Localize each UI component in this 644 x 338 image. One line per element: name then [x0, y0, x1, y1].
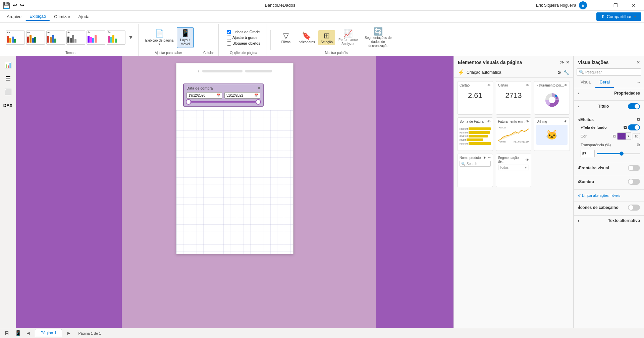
card-eye-icon-8[interactable]: 👁	[526, 158, 529, 162]
page-display-btn[interactable]: 📄 Exibição de página ▼	[143, 28, 176, 47]
share-button[interactable]: ⬆ Compartilhar ▼	[596, 12, 641, 21]
icones-toggle[interactable]	[628, 205, 640, 211]
limpar-link[interactable]: ↺ Limpar alterações móveis	[578, 192, 640, 199]
slider-handle-right[interactable]	[256, 99, 261, 105]
save-icon[interactable]: 💾	[3, 2, 10, 9]
card-eye-icon-4[interactable]: 👁	[487, 120, 491, 123]
auto-create-settings-icon[interactable]: ⚙	[557, 70, 561, 75]
card-eye-icon-6[interactable]: 👁	[564, 120, 568, 123]
lock-objects-checkbox[interactable]: Bloquear objetos	[227, 41, 260, 46]
canvas-area[interactable]: ‹ ✕ Data de compra 19/12/2020 📅 31/12/20…	[16, 56, 453, 328]
search-box[interactable]: 🔍 Search	[460, 161, 491, 167]
elementos-close-btn[interactable]: ✕	[566, 60, 569, 65]
tela-fundo-header[interactable]: ∨ Tela de fundo ⧉	[581, 124, 640, 130]
page-nav-left[interactable]: ‹	[198, 68, 199, 74]
tab-more[interactable]: ···	[635, 77, 641, 88]
layout-move-btn[interactable]: 📱 Layout móvel	[177, 27, 194, 48]
visual-card-url-img[interactable]: Url img 👁 🐱	[534, 117, 570, 151]
gridlines-checkbox[interactable]: Linhas de Grade	[227, 30, 260, 34]
transparencia-slider[interactable]	[597, 153, 640, 154]
slider-handle[interactable]	[620, 152, 624, 156]
menu-arquivo[interactable]: Arquivo	[3, 13, 25, 20]
start-date-input[interactable]: 19/12/2020 📅	[186, 92, 222, 99]
propriedades-header[interactable]: › Propriedades	[578, 91, 640, 96]
card-eye-icon-1[interactable]: 👁	[487, 83, 491, 87]
date-slicer[interactable]: ✕ Data de compra 19/12/2020 📅 31/12/2022…	[183, 83, 264, 107]
end-date-input[interactable]: 31/12/2022 📅	[224, 92, 260, 99]
visual-card-cartao-2[interactable]: Cartão 👁 2713	[496, 81, 532, 115]
visual-card-soma-fatura[interactable]: Soma de Fatura... 👁 R$5.5M R$4.8M	[457, 117, 493, 151]
sidebar-icon-chart[interactable]: 📊	[2, 59, 14, 71]
menu-exibicao[interactable]: Exibição	[25, 12, 50, 21]
auto-create-wand-icon[interactable]: 🔧	[564, 70, 569, 75]
card-eye-icon-5[interactable]: 👁	[526, 120, 529, 123]
visual-card-faturamento-line[interactable]: Faturamento em... 👁 R$5.1M R$1.6M R$1.5M…	[496, 117, 532, 151]
visual-card-nome-produto[interactable]: Nome produto 👁 ✏ 🔍 Search	[457, 154, 493, 187]
titulo-toggle[interactable]	[628, 103, 640, 109]
transparencia-input[interactable]: 57	[581, 150, 595, 157]
mobile-view-icon[interactable]: 📱	[15, 330, 21, 336]
tab-visual[interactable]: Visual	[577, 77, 595, 88]
efeitos-copy-icon[interactable]: ⧉	[637, 117, 640, 122]
visual-card-cartao-1[interactable]: Cartão 👁 2.61	[457, 81, 493, 115]
theme-5[interactable]: Aa	[87, 31, 105, 45]
theme-2[interactable]: Aa	[26, 31, 45, 45]
fronteira-header[interactable]: › Fronteira visual	[578, 165, 640, 171]
tela-fundo-toggle[interactable]	[628, 124, 640, 130]
menu-ajuda[interactable]: Ajuda	[74, 13, 94, 20]
viz-expand-btn[interactable]: ✕	[637, 60, 640, 65]
minimize-button[interactable]: —	[590, 0, 605, 11]
efeitos-header[interactable]: ∨ Efeitos ⧉	[578, 117, 640, 122]
viz-search-box[interactable]: 🔍	[577, 68, 641, 76]
canvas-page[interactable]: ‹ ✕ Data de compra 19/12/2020 📅 31/12/20…	[176, 63, 293, 254]
nav-prev-btn[interactable]: ◀	[27, 331, 30, 335]
indicadores-btn[interactable]: 🔖 Indicadores	[296, 30, 317, 45]
slicer-close-button[interactable]: ✕	[256, 86, 262, 91]
tab-geral[interactable]: Geral	[595, 77, 614, 88]
elementos-expand-btn[interactable]: ≫	[560, 60, 565, 65]
titulo-header[interactable]: › Titulo	[578, 103, 640, 109]
card-eye-icon-2[interactable]: 👁	[526, 83, 529, 87]
cor-copy-icon[interactable]: ⧉	[613, 134, 616, 138]
card-edit-icon-7[interactable]: ✏	[488, 156, 491, 160]
color-swatch[interactable]	[618, 133, 626, 139]
fronteira-toggle[interactable]	[628, 165, 640, 171]
tela-fundo-copy-icon[interactable]: ⧉	[624, 125, 627, 130]
icones-header[interactable]: › Ícones de cabeçalho	[578, 205, 640, 211]
performance-btn[interactable]: 📈 Performance Analyzer	[336, 28, 360, 47]
date-slider-track[interactable]	[189, 101, 258, 103]
desktop-view-icon[interactable]: 🖥	[4, 330, 9, 336]
auto-create-row[interactable]: ⚡ Criação automática ⚙ 🔧	[454, 67, 573, 78]
sombra-header[interactable]: › Sombra	[578, 179, 640, 185]
theme-4[interactable]: Aa	[66, 31, 85, 45]
filtros-btn[interactable]: ▽ Filtros	[277, 30, 294, 45]
theme-3[interactable]: Aa	[46, 31, 65, 45]
nav-next-btn[interactable]: ▶	[67, 331, 70, 335]
themes-more-btn[interactable]: ▼	[127, 33, 135, 42]
theme-1[interactable]: Aa	[6, 31, 25, 45]
redo-icon[interactable]: ↪	[20, 2, 24, 8]
restore-button[interactable]: ❐	[608, 0, 623, 11]
card-eye-icon-3[interactable]: 👁	[564, 83, 568, 87]
viz-search-input[interactable]	[585, 70, 639, 74]
sidebar-icon-table[interactable]: ☰	[2, 72, 14, 84]
color-picker[interactable]: ▼	[617, 132, 631, 140]
sync-btn[interactable]: 🔄 Segmentações de dados de sincronização	[361, 26, 395, 49]
menu-otimizar[interactable]: Otimizar	[50, 13, 74, 20]
sombra-toggle[interactable]	[628, 179, 640, 185]
sidebar-icon-dax[interactable]: DAX	[2, 99, 14, 111]
slider-handle-left[interactable]	[186, 99, 191, 105]
selecao-btn[interactable]: ⊞ Seleção	[318, 30, 335, 45]
texto-alt-header[interactable]: › Texto alternativo	[578, 218, 640, 223]
visual-card-segmentacao[interactable]: Segmentação de... 👁 Todas ▼	[496, 154, 532, 187]
theme-6[interactable]: Aa	[107, 31, 125, 45]
card-eye-icon-7[interactable]: 👁	[483, 156, 486, 160]
snap-grid-checkbox[interactable]: Ajustar à grade	[227, 36, 260, 40]
undo-icon[interactable]: ↩	[13, 2, 17, 8]
sidebar-icon-model[interactable]: ⬜	[2, 86, 14, 98]
fx-button[interactable]: fx	[633, 133, 640, 139]
page-tab-1[interactable]: Página 1	[35, 329, 62, 337]
transparencia-copy-icon[interactable]: ⧉	[637, 143, 640, 147]
visual-card-faturamento-pie[interactable]: Faturamento por... 👁	[534, 81, 570, 115]
color-dropdown-btn[interactable]: ▼	[626, 133, 631, 139]
